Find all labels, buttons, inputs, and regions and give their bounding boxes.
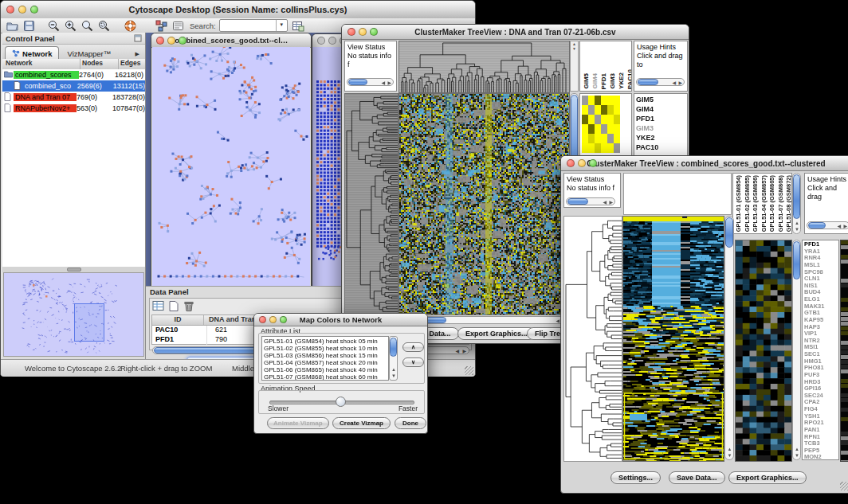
annotation-icon[interactable] [171, 19, 185, 33]
similarity-matrix-canvas[interactable] [582, 96, 620, 153]
close-button[interactable] [567, 159, 575, 167]
attribute-item[interactable]: GPL51-07 (GSM868) heat shock 60 min [264, 373, 387, 381]
export-graphics-button[interactable]: Export Graphics... [728, 471, 807, 484]
minimize-button[interactable] [359, 28, 367, 36]
minimize-button[interactable] [328, 37, 336, 45]
col-network[interactable]: Network [2, 59, 80, 69]
scroll-left-arrow[interactable]: ◀ [603, 200, 607, 205]
help-icon[interactable] [124, 19, 137, 33]
scroll-left-arrow[interactable]: ◀ [672, 80, 676, 86]
scroll-up-arrow[interactable]: ▲ [795, 447, 799, 452]
zoom-button[interactable] [280, 316, 287, 323]
panel-splitter[interactable] [2, 267, 145, 272]
network-row[interactable]: RNAPuberNov2+ 563(0) 107847(0) [2, 103, 145, 114]
network-window-1-titlebar[interactable]: combined_scores_good.txt--cluste... [151, 33, 311, 48]
scroll-right-arrow[interactable]: ▶ [678, 80, 682, 86]
move-down-button[interactable]: ∨ [402, 357, 424, 367]
scroll-left-arrow[interactable]: ◀ [455, 349, 459, 354]
speed-slider-thumb[interactable] [336, 397, 346, 407]
scrollbar-thumb[interactable] [793, 241, 800, 279]
network-window-1[interactable]: combined_scores_good.txt--cluste... [151, 33, 312, 286]
usage-hints-scrollbar[interactable]: ◀ ▶ [807, 221, 848, 229]
zoom-button[interactable] [30, 6, 38, 14]
zoomed-heatmap[interactable] [735, 240, 792, 462]
attribute-select-icon[interactable] [152, 300, 165, 312]
zoom-fit-icon[interactable] [80, 19, 94, 33]
network-row[interactable]: combined_scores 2764(0) 16218(0) [2, 69, 145, 80]
scroll-up-arrow[interactable]: ▲ [391, 367, 396, 373]
heatmap-view[interactable] [622, 216, 724, 462]
scrollbar-thumb[interactable] [793, 174, 800, 219]
attribute-item[interactable]: GPL51-02 (GSM855) heat shock 10 min [264, 345, 387, 352]
row-dendrogram[interactable] [344, 93, 398, 315]
zoom-selected-icon[interactable] [97, 19, 111, 33]
scroll-right-arrow[interactable]: ▶ [387, 80, 391, 86]
open-icon[interactable] [6, 19, 19, 33]
export-graphics-button[interactable]: Export Graphics... [457, 327, 536, 340]
network-name[interactable]: combined_sco [23, 82, 76, 90]
network-overview-panel[interactable] [3, 272, 144, 357]
treeview1-titlebar[interactable]: ClusterMaker TreeView : DNA and Tran 07-… [342, 25, 689, 40]
attribute-list[interactable]: GPL51-01 (GSM854) heat shock 05 minGPL51… [261, 336, 389, 381]
column-dendrogram[interactable] [398, 41, 570, 93]
network-row-selected[interactable]: combined_sco 2569(6) 13112(15) [2, 80, 145, 92]
move-up-button[interactable]: ∧ [402, 342, 424, 352]
zoom-in-icon[interactable] [64, 19, 77, 33]
network-table-header[interactable]: Network Nodes Edges [2, 59, 145, 70]
scrollbar-thumb[interactable] [348, 79, 367, 85]
treeview2-titlebar[interactable]: ClusterMaker TreeView : combined_scores_… [561, 156, 848, 171]
close-button[interactable] [317, 37, 325, 45]
resize-grip[interactable] [840, 482, 848, 490]
close-button[interactable] [347, 28, 355, 36]
gene-list-scrollbar[interactable]: ▲ ▼ [792, 240, 801, 460]
done-button[interactable]: Done [395, 417, 426, 429]
zoom-button[interactable] [370, 28, 378, 36]
network-name[interactable]: RNAPuberNov2+ [14, 104, 77, 112]
scroll-right-arrow[interactable]: ▶ [609, 200, 613, 205]
minimize-button[interactable] [578, 159, 586, 167]
scroll-down-arrow[interactable]: ▼ [728, 453, 732, 459]
scroll-down-arrow[interactable]: ▼ [795, 227, 799, 232]
save-data-button[interactable]: Save Data... [669, 471, 725, 484]
tab-vizmapper[interactable]: VizMapper™ [59, 47, 119, 60]
scrollbar-thumb[interactable] [638, 79, 658, 85]
view-status-scrollbar[interactable]: ◀ ▶ [566, 197, 615, 205]
float-panel-icon[interactable] [134, 34, 142, 42]
new-attribute-icon[interactable] [167, 300, 180, 312]
scroll-down-arrow[interactable]: ▼ [391, 373, 396, 379]
attribute-item[interactable]: GPL51-04 (GSM857) heat shock 20 min [264, 359, 387, 366]
attribute-browser-icon[interactable] [291, 19, 304, 33]
view-status-scrollbar[interactable]: ◀ ▶ [347, 78, 394, 86]
column-labels-scrollbar[interactable]: ▲ ▼ [792, 173, 801, 234]
scroll-up-arrow[interactable]: ▲ [728, 447, 732, 452]
search-input[interactable]: ▼ [219, 19, 288, 32]
attribute-item[interactable]: GPL51-01 (GSM854) heat shock 05 min [264, 338, 387, 345]
zoom-button[interactable] [179, 37, 186, 45]
scroll-left-arrow[interactable]: ◀ [556, 318, 559, 324]
col-nodes[interactable]: Nodes [80, 59, 119, 69]
scroll-right-arrow[interactable]: ▶ [843, 224, 847, 229]
scrollbar-thumb[interactable] [725, 217, 733, 248]
animate-vizmap-button[interactable]: Animate Vizmap [267, 417, 329, 429]
scrollbar-thumb[interactable] [567, 198, 588, 205]
attribute-item[interactable]: GPL51-03 (GSM856) heat shock 15 min [264, 352, 387, 359]
network-view-1[interactable] [152, 47, 310, 286]
dendrogram-scroll-arrows[interactable]: ▲▼ [570, 41, 579, 92]
search-dropdown-arrow[interactable]: ▼ [276, 20, 287, 31]
overview-icon[interactable] [155, 19, 168, 33]
table-col-id[interactable]: ID [152, 315, 204, 325]
scroll-left-arrow[interactable]: ◀ [381, 80, 385, 86]
col-edges[interactable]: Edges [119, 59, 145, 69]
scroll-right-arrow[interactable]: ▶ [462, 349, 466, 354]
settings-button[interactable]: Settings... [610, 471, 661, 484]
scrollbar-thumb[interactable] [808, 222, 826, 229]
network-row[interactable]: DNA and Tran 07 769(0) 183728(0) [2, 92, 145, 103]
minimize-button[interactable] [18, 6, 26, 14]
main-titlebar[interactable]: Cytoscape Desktop (Session Name: collins… [1, 1, 475, 19]
minimize-button[interactable] [167, 37, 175, 45]
attribute-list-scrollbar[interactable]: ▲ ▼ [389, 336, 398, 381]
network-name[interactable]: combined_scores [14, 71, 79, 79]
attribute-item[interactable]: GPL51-06 (GSM865) heat shock 40 min [264, 366, 387, 373]
save-icon[interactable] [22, 19, 36, 33]
network-name[interactable]: DNA and Tran 07 [14, 93, 77, 101]
